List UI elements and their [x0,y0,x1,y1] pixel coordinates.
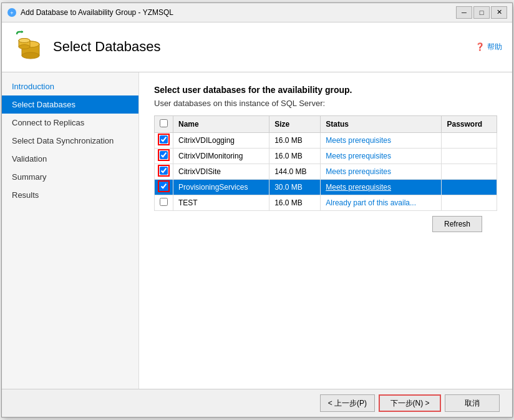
wizard-header: Select Databases ❓ 帮助 [2,22,512,72]
table-cell-size: 144.0 MB [269,164,321,179]
status-link-0[interactable]: Meets prerequisites [326,136,391,145]
table-cell-name: CitrixVDILogging [173,132,269,148]
table-cell-size: 16.0 MB [269,132,321,148]
window-icon: + [7,7,17,17]
minimize-button[interactable]: ─ [456,6,472,19]
footer-buttons: < 上一步(P) 下一步(N) > 取消 [2,389,512,417]
table-cell-name: CitrixVDISite [173,164,269,179]
table-cell-size: 30.0 MB [269,179,321,195]
content-panel: Select user databases for the availabili… [139,72,512,389]
col-header-status: Status [321,115,442,132]
table-cell-password [442,179,497,195]
sidebar: Introduction Select Databases Connect to… [2,72,139,389]
table-cell-password [442,195,497,210]
row-checkbox-1[interactable] [160,151,168,159]
row-checkbox-0[interactable] [160,135,168,144]
refresh-area: Refresh [154,211,497,237]
col-header-checkbox [155,115,173,132]
wizard: Select Databases ❓ 帮助 Introduction Selec… [2,22,512,417]
svg-point-9 [19,39,30,43]
sidebar-item-introduction[interactable]: Introduction [2,77,138,95]
next-button[interactable]: 下一步(N) > [379,394,441,412]
row-checkbox-2[interactable] [160,167,168,175]
status-link-4[interactable]: Already part of this availa... [326,198,416,207]
table-cell-password [442,132,497,148]
wizard-footer: < 上一步(P) 下一步(N) > 取消 [2,389,512,417]
help-icon: ❓ [475,42,485,51]
select-all-checkbox[interactable] [160,119,168,127]
sidebar-item-validation[interactable]: Validation [2,150,138,168]
table-cell-password [442,148,497,164]
col-header-size: Size [269,115,321,132]
sidebar-item-summary[interactable]: Summary [2,168,138,186]
maximize-button[interactable]: □ [473,6,490,19]
table-cell-name: TEST [173,195,269,210]
close-button[interactable]: ✕ [491,6,507,19]
table-cell-status[interactable]: Meets prerequisites [321,179,442,195]
table-cell-status[interactable]: Meets prerequisites [321,148,442,164]
cancel-button[interactable]: 取消 [445,394,500,412]
row-checkbox-3[interactable] [160,182,168,190]
table-cell-checkbox [155,179,173,195]
sidebar-item-select-data-sync[interactable]: Select Data Synchronization [2,132,138,150]
back-button[interactable]: < 上一步(P) [320,394,375,412]
page-title: Select Databases [53,39,160,55]
status-link-2[interactable]: Meets prerequisites [326,167,391,176]
col-header-name: Name [173,115,269,132]
main-window: + Add Database to Availability Group - Y… [1,2,513,418]
sidebar-item-connect-replicas[interactable]: Connect to Replicas [2,114,138,132]
status-link-3[interactable]: Meets prerequisites [326,183,391,192]
table-cell-checkbox [155,148,173,164]
table-cell-status[interactable]: Already part of this availa... [321,195,442,210]
refresh-button[interactable]: Refresh [432,216,482,232]
col-header-password: Password [442,115,497,132]
status-link-1[interactable]: Meets prerequisites [326,152,391,160]
row-checkbox-4[interactable] [160,198,168,206]
table-cell-size: 16.0 MB [269,195,321,210]
table-cell-name: ProvisioningServices [173,179,269,195]
table-cell-password [442,164,497,179]
table-cell-checkbox [155,195,173,210]
content-subtitle: User databases on this instance of SQL S… [154,99,497,108]
help-label: 帮助 [487,42,502,52]
table-cell-size: 16.0 MB [269,148,321,164]
title-bar: + Add Database to Availability Group - Y… [2,3,512,22]
database-table: Name Size Status Password CitrixVDILoggi… [154,115,497,211]
content-title: Select user databases for the availabili… [154,85,497,95]
wizard-body: Introduction Select Databases Connect to… [2,72,512,389]
table-cell-name: CitrixVDIMonitoring [173,148,269,164]
svg-text:+: + [10,10,13,16]
svg-point-4 [22,52,39,59]
sidebar-item-select-databases[interactable]: Select Databases [2,95,138,114]
help-link[interactable]: ❓ 帮助 [475,42,502,52]
window-controls: ─ □ ✕ [456,6,507,19]
table-cell-checkbox [155,164,173,179]
table-cell-status[interactable]: Meets prerequisites [321,132,442,148]
window-title: Add Database to Availability Group - YZM… [21,8,452,17]
database-icon [12,31,44,63]
svg-point-8 [19,45,30,49]
table-cell-status[interactable]: Meets prerequisites [321,164,442,179]
sidebar-item-results[interactable]: Results [2,186,138,204]
table-cell-checkbox [155,132,173,148]
